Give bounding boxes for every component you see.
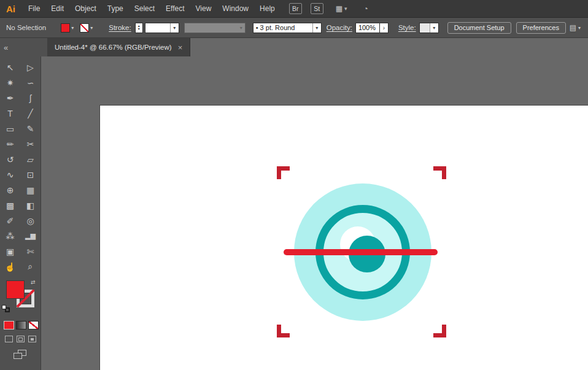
pen-tool[interactable]: ✒ [0, 90, 20, 106]
stepper-down-icon[interactable]: ▾ [138, 28, 140, 31]
artboard-tool[interactable]: ▣ [0, 244, 20, 259]
preferences-button[interactable]: Preferences [516, 22, 566, 34]
zoom-tool[interactable]: ⌕ [20, 259, 41, 274]
document-tab[interactable]: Untitled-4* @ 66.67% (RGB/Preview) × [47, 38, 190, 56]
default-fill-stroke-icon[interactable] [2, 305, 10, 313]
graphic-style-swatch [420, 23, 430, 33]
draw-normal-mode[interactable] [5, 336, 13, 342]
brush-definition-value: • 3 pt. Round [253, 24, 312, 31]
drawing-mode-buttons [0, 336, 41, 342]
document-setup-button[interactable]: Document Setup [447, 22, 511, 34]
fill-swatch[interactable] [6, 280, 25, 299]
menu-type[interactable]: Type [102, 0, 129, 18]
rectangle-tool[interactable]: ▭ [0, 121, 20, 136]
menu-edit[interactable]: Edit [45, 0, 69, 18]
corner-mark-bottom-left[interactable] [277, 325, 290, 337]
document-tab-bar: « Untitled-4* @ 66.67% (RGB/Preview) × [0, 38, 588, 56]
chevron-down-icon: ▾ [578, 25, 581, 31]
stroke-panel-link[interactable]: Stroke: [109, 24, 131, 31]
menu-select[interactable]: Select [129, 0, 160, 18]
mesh-tool[interactable]: ▩ [0, 198, 20, 213]
graphic-style-dropdown[interactable]: ▾ [419, 23, 439, 33]
scan-line[interactable] [284, 249, 438, 255]
collapse-panel-icon[interactable]: « [4, 43, 8, 52]
fill-stroke-indicator: ⇄ [0, 279, 41, 315]
chevron-right-icon[interactable]: › [380, 23, 389, 33]
style-link[interactable]: Style: [398, 24, 416, 31]
brush-definition-dropdown[interactable]: • 3 pt. Round ▾ [253, 23, 322, 33]
mini-fill-square [2, 305, 6, 309]
corner-mark-top-right[interactable] [433, 166, 446, 179]
color-button[interactable] [4, 321, 14, 330]
color-mode-buttons [0, 321, 41, 330]
blend-tool[interactable]: ◎ [20, 213, 41, 228]
document-tab-title: Untitled-4* @ 66.67% (RGB/Preview) [55, 44, 172, 51]
canvas-pasteboard[interactable] [41, 56, 588, 370]
magic-wand-tool[interactable]: ✷ [0, 75, 20, 90]
paintbrush-tool[interactable]: ✎ [20, 121, 41, 136]
chevron-down-icon[interactable]: ▾ [312, 23, 321, 33]
scale-tool[interactable]: ▱ [20, 152, 41, 167]
menubar: Ai File Edit Object Type Select Effect V… [0, 0, 588, 18]
chevron-down-icon[interactable]: ▾ [71, 25, 74, 31]
chevron-down-icon: ▾ [344, 6, 347, 12]
menu-object[interactable]: Object [69, 0, 102, 18]
opacity-link[interactable]: Opacity: [327, 24, 352, 31]
lasso-tool[interactable]: ∽ [20, 75, 41, 90]
menu-file[interactable]: File [23, 0, 45, 18]
stroke-color-swatch[interactable] [80, 23, 89, 33]
draw-inside-mode[interactable] [28, 336, 36, 342]
gradient-button[interactable] [16, 321, 26, 330]
symbol-sprayer-tool[interactable]: ⁂ [0, 228, 20, 244]
perspective-grid-tool[interactable]: ▦ [20, 182, 41, 198]
hand-tool[interactable]: ☝ [0, 259, 20, 274]
control-bar: No Selection ▾ ▾ Stroke: ▴ ▾ ▾ ▾ • 3 pt.… [0, 18, 588, 38]
line-segment-tool[interactable]: ╱ [20, 106, 41, 121]
type-tool[interactable]: T [0, 106, 20, 121]
menu-help[interactable]: Help [254, 0, 280, 18]
control-panel-menu[interactable]: ▤ ▾ [570, 23, 581, 32]
menu-window[interactable]: Window [217, 0, 254, 18]
shape-builder-tool[interactable]: ⊕ [0, 182, 20, 198]
cs-live-icon[interactable]: ◔ [363, 4, 368, 13]
width-tool[interactable]: ∿ [0, 167, 20, 182]
screen-mode-front-icon [14, 353, 22, 359]
screen-mode-button[interactable] [14, 350, 27, 360]
selection-tool[interactable]: ↖ [0, 60, 20, 75]
brush-name: 3 pt. Round [260, 24, 295, 31]
selection-status-label: No Selection [6, 24, 46, 31]
fill-color-swatch[interactable] [61, 23, 70, 33]
rotate-tool[interactable]: ↺ [0, 152, 20, 167]
stroke-weight-dropdown[interactable]: ▾ [145, 23, 179, 33]
workspace-grid-icon: ▦ [336, 4, 342, 13]
tab-close-icon[interactable]: × [178, 43, 183, 52]
direct-selection-tool[interactable]: ▷ [20, 60, 41, 75]
corner-mark-bottom-right[interactable] [433, 325, 446, 337]
curvature-tool[interactable]: ʃ [20, 90, 41, 106]
panel-menu-icon: ▤ [570, 23, 576, 32]
width-profile-dropdown[interactable]: ▾ [184, 23, 246, 33]
tools-panel-header: « [0, 38, 47, 56]
stroke-weight-stepper[interactable]: ▴ ▾ [135, 23, 143, 33]
stock-button[interactable]: St [311, 3, 323, 14]
swap-fill-stroke-icon[interactable]: ⇄ [31, 279, 36, 285]
column-graph-tool[interactable]: ▂▆ [20, 228, 41, 244]
chevron-down-icon[interactable]: ▾ [90, 25, 93, 31]
eyedropper-tool[interactable]: ✐ [0, 213, 20, 228]
tools-grid: ↖ ▷ ✷ ∽ ✒ ʃ T ╱ ▭ ✎ ✏ ✂ ↺ ▱ ∿ ⊡ ⊕ ▦ ▩ ◧ … [0, 56, 41, 274]
workspace-switcher[interactable]: ▦ ▾ [336, 4, 347, 13]
opacity-input[interactable] [355, 23, 380, 33]
scissors-tool[interactable]: ✂ [20, 136, 41, 152]
free-transform-tool[interactable]: ⊡ [20, 167, 41, 182]
chevron-down-icon[interactable]: ▾ [170, 23, 179, 33]
none-button[interactable] [28, 321, 39, 330]
bridge-button[interactable]: Br [289, 3, 302, 14]
chevron-down-icon[interactable]: ▾ [430, 23, 438, 33]
pencil-tool[interactable]: ✏ [0, 136, 20, 152]
menu-view[interactable]: View [190, 0, 217, 18]
slice-tool[interactable]: ✄ [20, 244, 41, 259]
draw-behind-mode[interactable] [17, 336, 25, 342]
menu-effect[interactable]: Effect [160, 0, 190, 18]
corner-mark-top-left[interactable] [277, 166, 290, 179]
gradient-tool[interactable]: ◧ [20, 198, 41, 213]
